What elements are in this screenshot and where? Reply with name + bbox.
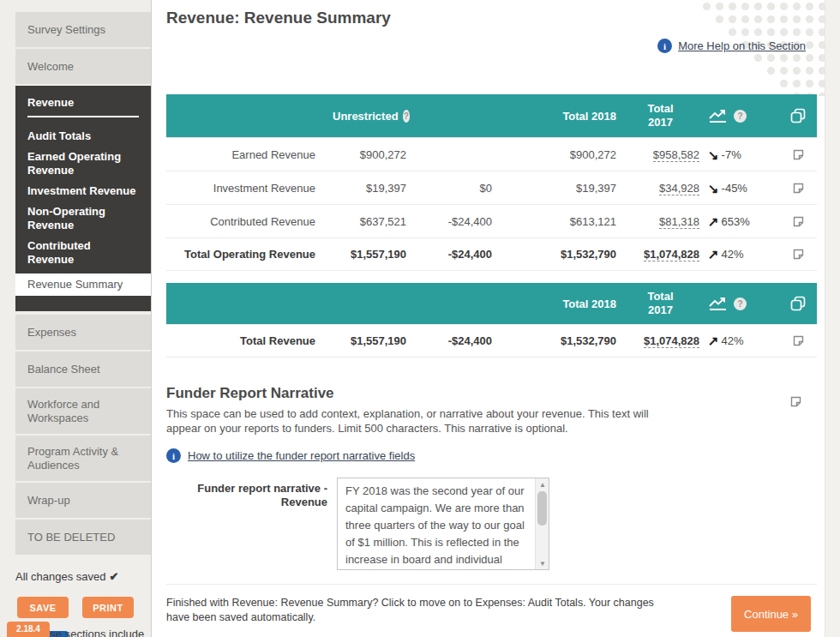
page-scrollbar[interactable]	[825, 0, 840, 637]
narrative-help-link[interactable]: How to utilize the funder report narrati…	[188, 449, 415, 462]
more-help-link[interactable]: More Help on this Section	[678, 39, 806, 52]
continue-button[interactable]: Continue »	[731, 596, 811, 632]
table-header-row: Unrestricted ? Total 2018 Total 2017 ?	[166, 94, 817, 137]
col-header-line1: Total	[620, 102, 701, 116]
trend-cell: ↘ -45%	[701, 182, 787, 195]
check-icon: ✔	[110, 570, 119, 583]
copy-pages-icon[interactable]	[789, 296, 807, 312]
print-button[interactable]: PRINT	[82, 597, 134, 618]
col-header-trend: ?	[701, 297, 787, 311]
scrollbar-thumb[interactable]	[537, 491, 547, 526]
trend-up-icon: ↗	[708, 215, 719, 228]
total-2017-tooltip-value[interactable]: $81,318	[659, 215, 699, 229]
trend-cell: ↘ -7%	[701, 148, 787, 161]
sidebar-item-audit-totals[interactable]: Audit Totals	[15, 126, 151, 147]
total-2017-tooltip-value[interactable]: $1,074,828	[644, 248, 699, 261]
help-badge-icon[interactable]: ?	[734, 110, 747, 123]
section-underline	[27, 116, 139, 117]
sidebar-item-workforce-workspaces[interactable]: Workforce and Workspaces	[15, 388, 151, 436]
sidebar-item-balance-sheet[interactable]: Balance Sheet	[15, 352, 151, 388]
sidebar-item-program-activity[interactable]: Program Activity & Audiences	[15, 436, 151, 483]
table-row-total-operating: Total Operating Revenue $1,557,190 -$24,…	[166, 237, 817, 271]
table-header-row: Total 2018 Total 2017 ?	[166, 283, 817, 324]
trend-percent: -45%	[722, 182, 747, 195]
textarea-scrollbar[interactable]: ▲ ▼	[535, 478, 549, 569]
sidebar-item-label: Welcome	[27, 60, 74, 73]
narrative-description: This space can be used to add context, e…	[166, 406, 670, 436]
note-icon[interactable]	[793, 335, 804, 346]
unrestricted-value: $900,272	[333, 148, 410, 161]
total-2018-value: $1,532,790	[495, 248, 620, 261]
trend-percent: -7%	[722, 148, 741, 161]
sidebar-item-label: Balance Sheet	[27, 363, 100, 376]
narrative-textarea-wrap: FY 2018 was the second year of our capit…	[337, 478, 549, 570]
sidebar-item-contributed-revenue[interactable]: Contributed Revenue	[15, 236, 151, 270]
column2-value: $0	[410, 182, 495, 195]
table-row: Investment Revenue $19,397 $0 $19,397 $3…	[166, 171, 817, 204]
unrestricted-value: $19,397	[333, 182, 410, 195]
sidebar-item-earned-operating-revenue[interactable]: Earned Operating Revenue	[15, 147, 151, 181]
sidebar-item-to-be-deleted[interactable]: TO BE DELETED	[15, 520, 151, 556]
total-2018-value: $1,532,790	[495, 334, 620, 347]
note-icon[interactable]	[793, 249, 804, 260]
trend-cell: ↗ 42%	[701, 248, 787, 261]
note-icon[interactable]	[793, 149, 804, 160]
table-row: Earned Revenue $900,272 $900,272 $958,58…	[166, 137, 817, 171]
column2-value: -$24,400	[410, 334, 495, 347]
trend-cell: ↗ 653%	[701, 215, 787, 228]
sidebar-item-survey-settings[interactable]: Survey Settings	[15, 12, 151, 49]
page-title: Revenue: Revenue Summary	[166, 9, 825, 27]
narrative-help: i How to utilize the funder report narra…	[166, 448, 825, 463]
help-badge-icon[interactable]: ?	[403, 110, 410, 123]
sidebar-item-revenue-summary-active[interactable]: Revenue Summary	[15, 273, 151, 296]
trend-percent: 42%	[722, 248, 744, 261]
col-header-line2: 2017	[620, 303, 701, 317]
footer-text: Finished with Revenue: Revenue Summary? …	[166, 596, 668, 625]
sidebar-item-wrap-up[interactable]: Wrap-up	[15, 483, 151, 520]
sidebar-item-label: Survey Settings	[27, 23, 105, 36]
total-2017-value: $958,582	[620, 148, 701, 161]
trend-percent: 42%	[722, 334, 744, 347]
total-2017-value: $81,318	[620, 215, 701, 228]
line-chart-icon	[708, 109, 729, 123]
col-header-total-2018: Total 2018	[495, 110, 620, 123]
help-badge-icon[interactable]: ?	[734, 297, 747, 310]
copy-pages-icon[interactable]	[789, 108, 807, 124]
col-header-trend: ?	[701, 109, 787, 123]
note-icon[interactable]	[790, 396, 801, 407]
sidebar: Survey Settings Welcome Revenue Audit To…	[0, 0, 152, 637]
save-button[interactable]: SAVE	[17, 597, 69, 618]
sidebar-section-header-revenue[interactable]: Revenue	[15, 96, 151, 109]
unrestricted-value: $1,557,190	[333, 248, 410, 261]
total-2017-tooltip-value[interactable]: $1,074,828	[644, 334, 699, 348]
total-2017-tooltip-value[interactable]: $34,928	[659, 182, 699, 195]
trend-down-icon: ↘	[708, 182, 719, 195]
note-icon[interactable]	[793, 216, 804, 227]
total-2017-tooltip-value[interactable]: $958,582	[653, 148, 699, 162]
col-header-total-2017: Total 2017	[620, 102, 701, 129]
narrative-textarea[interactable]: FY 2018 was the second year of our capit…	[338, 478, 535, 569]
narrative-heading: Funder Report Narrative	[166, 385, 825, 402]
sidebar-item-investment-revenue[interactable]: Investment Revenue	[15, 181, 151, 201]
sidebar-revenue-section: Revenue Audit Totals Earned Operating Re…	[15, 86, 151, 311]
narrative-field-row: Funder report narrative - Revenue FY 201…	[166, 478, 825, 570]
col-header-label: Unrestricted	[333, 110, 399, 123]
sidebar-item-label: Expenses	[27, 326, 76, 339]
total-2018-value: $19,397	[495, 182, 620, 195]
scroll-up-icon[interactable]: ▲	[536, 478, 549, 490]
sidebar-item-expenses[interactable]: Expenses	[15, 315, 151, 352]
scroll-down-icon[interactable]: ▼	[536, 557, 549, 569]
save-status-text: All changes saved	[15, 570, 106, 583]
row-label: Total Revenue	[166, 334, 333, 347]
note-icon[interactable]	[793, 183, 804, 194]
sidebar-item-non-operating-revenue[interactable]: Non-Operating Revenue	[15, 201, 151, 236]
sidebar-item-welcome[interactable]: Welcome	[15, 49, 151, 86]
info-icon[interactable]: i	[166, 448, 181, 463]
total-2017-value: $1,074,828	[620, 248, 701, 261]
trend-up-icon: ↗	[708, 334, 719, 347]
total-2018-value: $900,272	[495, 148, 620, 161]
total-revenue-table: Total 2018 Total 2017 ? To	[166, 283, 817, 358]
total-2017-value: $1,074,828	[620, 334, 701, 347]
col-header-unrestricted: Unrestricted ?	[333, 110, 410, 123]
info-icon[interactable]: i	[657, 39, 672, 53]
